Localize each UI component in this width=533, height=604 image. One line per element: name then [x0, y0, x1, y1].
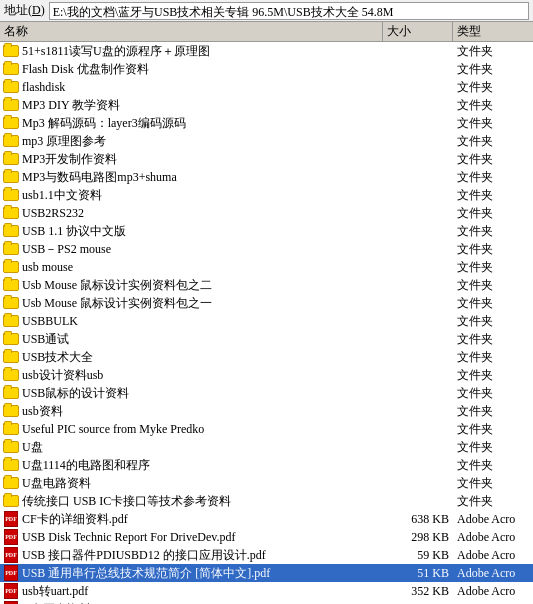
file-size: 298 KB: [383, 530, 453, 545]
folder-icon: [2, 421, 20, 437]
folder-icon: [2, 43, 20, 59]
file-row[interactable]: PDFusb转uart.pdf352 KBAdobe Acro: [0, 582, 533, 600]
pdf-icon: PDF: [2, 583, 20, 599]
file-row[interactable]: USB技术大全文件夹: [0, 348, 533, 366]
file-type: 文件夹: [453, 133, 533, 150]
file-row[interactable]: PDFUSB 接口器件PDIUSBD12 的接口应用设计.pdf59 KBAdo…: [0, 546, 533, 564]
folder-icon: [2, 259, 20, 275]
pdf-icon: PDF: [2, 565, 20, 581]
file-type: 文件夹: [453, 169, 533, 186]
file-row[interactable]: MP3 DIY 教学资料文件夹: [0, 96, 533, 114]
column-size[interactable]: 大小: [383, 22, 453, 41]
file-list: 51+s1811读写U盘的源程序＋原理图文件夹Flash Disk 优盘制作资料…: [0, 42, 533, 604]
file-name: USB2RS232: [20, 206, 383, 221]
file-row[interactable]: flashdisk文件夹: [0, 78, 533, 96]
file-type: 文件夹: [453, 259, 533, 276]
file-row[interactable]: USB鼠标的设计资料文件夹: [0, 384, 533, 402]
file-row[interactable]: PDFCF卡的详细资料.pdf638 KBAdobe Acro: [0, 510, 533, 528]
folder-icon: [2, 475, 20, 491]
address-shortcut: D: [32, 3, 41, 17]
file-type: 文件夹: [453, 403, 533, 420]
file-name: U盘1114的电路图和程序: [20, 457, 383, 474]
file-row[interactable]: usb mouse文件夹: [0, 258, 533, 276]
file-type: 文件夹: [453, 439, 533, 456]
file-name: MP3 DIY 教学资料: [20, 97, 383, 114]
file-row[interactable]: PDFU盘开发资料.pdf298 KBAdobe Acro: [0, 600, 533, 604]
file-type: 文件夹: [453, 295, 533, 312]
file-row[interactable]: PDFUSB 通用串行总线技术规范简介 [简体中文].pdf51 KBAdobe…: [0, 564, 533, 582]
folder-icon: [2, 169, 20, 185]
file-type: Adobe Acro: [453, 566, 533, 581]
folder-icon: [2, 403, 20, 419]
file-type: 文件夹: [453, 349, 533, 366]
folder-icon: [2, 223, 20, 239]
folder-icon: [2, 61, 20, 77]
file-name: Usb Mouse 鼠标设计实例资料包之二: [20, 277, 383, 294]
file-row[interactable]: Usb Mouse 鼠标设计实例资料包之二文件夹: [0, 276, 533, 294]
file-row[interactable]: U盘电路资料文件夹: [0, 474, 533, 492]
file-row[interactable]: PDFUSB Disk Technic Report For DriveDev.…: [0, 528, 533, 546]
file-name: usb转uart.pdf: [20, 583, 383, 600]
file-type: Adobe Acro: [453, 548, 533, 563]
file-row[interactable]: MP3与数码电路图mp3+shuma文件夹: [0, 168, 533, 186]
file-type: 文件夹: [453, 241, 533, 258]
file-row[interactable]: USBBULK文件夹: [0, 312, 533, 330]
file-type: 文件夹: [453, 79, 533, 96]
file-name: mp3 原理图参考: [20, 133, 383, 150]
file-size: 51 KB: [383, 566, 453, 581]
address-value[interactable]: E:\我的文档\蓝牙与USB技术相关专辑 96.5M\USB技术大全 54.8M: [49, 2, 529, 20]
file-row[interactable]: mp3 原理图参考文件夹: [0, 132, 533, 150]
file-row[interactable]: usb1.1中文资料文件夹: [0, 186, 533, 204]
file-row[interactable]: Useful PIC source from Myke Predko文件夹: [0, 420, 533, 438]
address-label: 地址(D): [4, 2, 45, 19]
file-row[interactable]: USB 1.1 协议中文版文件夹: [0, 222, 533, 240]
file-row[interactable]: Flash Disk 优盘制作资料文件夹: [0, 60, 533, 78]
file-type: 文件夹: [453, 421, 533, 438]
file-row[interactable]: USB2RS232文件夹: [0, 204, 533, 222]
file-name: USB 接口器件PDIUSBD12 的接口应用设计.pdf: [20, 547, 383, 564]
file-row[interactable]: 51+s1811读写U盘的源程序＋原理图文件夹: [0, 42, 533, 60]
folder-icon: [2, 97, 20, 113]
file-row[interactable]: usb资料文件夹: [0, 402, 533, 420]
file-row[interactable]: 传统接口 USB IC卡接口等技术参考资料文件夹: [0, 492, 533, 510]
file-name: USB鼠标的设计资料: [20, 385, 383, 402]
file-name: Mp3 解码源码：layer3编码源码: [20, 115, 383, 132]
file-row[interactable]: USB－PS2 mouse文件夹: [0, 240, 533, 258]
file-row[interactable]: USB通试文件夹: [0, 330, 533, 348]
file-row[interactable]: Mp3 解码源码：layer3编码源码文件夹: [0, 114, 533, 132]
file-type: 文件夹: [453, 457, 533, 474]
pdf-icon: PDF: [2, 529, 20, 545]
pdf-icon: PDF: [2, 547, 20, 563]
file-type: 文件夹: [453, 151, 533, 168]
file-name: USBBULK: [20, 314, 383, 329]
folder-icon: [2, 385, 20, 401]
file-type: 文件夹: [453, 475, 533, 492]
file-row[interactable]: usb设计资料usb文件夹: [0, 366, 533, 384]
file-type: 文件夹: [453, 43, 533, 60]
column-type[interactable]: 类型: [453, 22, 533, 41]
file-name: USB Disk Technic Report For DriveDev.pdf: [20, 530, 383, 545]
file-name: USB 1.1 协议中文版: [20, 223, 383, 240]
file-row[interactable]: U盘1114的电路图和程序文件夹: [0, 456, 533, 474]
file-name: USB 通用串行总线技术规范简介 [简体中文].pdf: [20, 565, 383, 582]
file-row[interactable]: U盘文件夹: [0, 438, 533, 456]
folder-icon: [2, 367, 20, 383]
folder-icon: [2, 241, 20, 257]
file-name: usb mouse: [20, 260, 383, 275]
folder-icon: [2, 349, 20, 365]
file-size: 59 KB: [383, 548, 453, 563]
file-row[interactable]: Usb Mouse 鼠标设计实例资料包之一文件夹: [0, 294, 533, 312]
file-name: usb资料: [20, 403, 383, 420]
folder-icon: [2, 151, 20, 167]
folder-icon: [2, 331, 20, 347]
file-name: usb设计资料usb: [20, 367, 383, 384]
column-name[interactable]: 名称: [0, 22, 383, 41]
file-type: 文件夹: [453, 187, 533, 204]
folder-icon: [2, 133, 20, 149]
folder-icon: [2, 277, 20, 293]
column-header: 名称 大小 类型: [0, 22, 533, 42]
file-name: MP3开发制作资料: [20, 151, 383, 168]
file-row[interactable]: MP3开发制作资料文件夹: [0, 150, 533, 168]
pdf-icon: PDF: [2, 511, 20, 527]
file-type: 文件夹: [453, 61, 533, 78]
